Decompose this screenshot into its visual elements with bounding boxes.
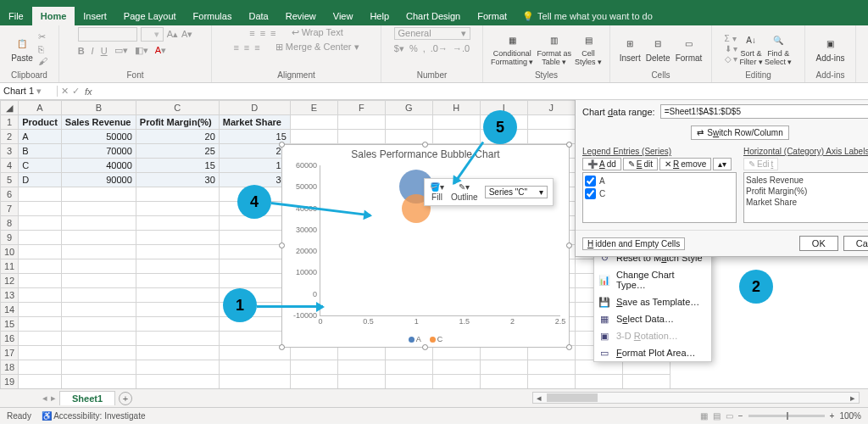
add-series-button[interactable]: ➕Add <box>582 158 621 170</box>
font-color-button[interactable]: A▾ <box>155 45 166 56</box>
zoom-in-button[interactable]: + <box>830 411 835 421</box>
cell[interactable]: 50000 <box>61 130 136 144</box>
cell[interactable]: 20 <box>136 130 219 144</box>
menu-save-as-template[interactable]: 💾Save as Template… <box>594 293 711 310</box>
tab-format[interactable]: Format <box>469 7 515 25</box>
col-header[interactable]: F <box>337 101 385 115</box>
align-right-icon[interactable]: ≡ <box>254 42 259 53</box>
cell[interactable]: Product <box>19 115 62 130</box>
cell[interactable]: 10 <box>219 159 290 173</box>
resize-handle[interactable] <box>566 142 572 148</box>
col-header[interactable]: B <box>61 101 136 115</box>
comma-button[interactable]: , <box>423 43 426 54</box>
insert-cells-button[interactable]: ⊞Insert <box>620 36 641 63</box>
row-header[interactable]: 6 <box>1 187 19 202</box>
resize-handle[interactable] <box>566 344 572 350</box>
cell[interactable]: C <box>19 159 62 173</box>
inc-decimal-button[interactable]: .0→ <box>431 43 448 54</box>
view-page-break-icon[interactable]: ▭ <box>726 411 733 421</box>
col-header[interactable]: C <box>136 101 219 115</box>
resize-handle[interactable] <box>279 243 285 248</box>
cell[interactable]: 15 <box>136 159 219 173</box>
row-header[interactable]: 5 <box>1 173 19 187</box>
horizontal-scrollbar[interactable]: ◂ ▸ <box>532 392 860 404</box>
cell[interactable]: Sales Revenue <box>61 115 136 130</box>
copy-icon[interactable]: ⎘ <box>38 44 47 54</box>
chart-legend[interactable]: A C <box>282 335 569 343</box>
list-item[interactable]: A <box>585 175 734 187</box>
dec-decimal-button[interactable]: →.0 <box>453 43 470 54</box>
row-header[interactable]: 7 <box>1 202 19 216</box>
cell[interactable]: Market Share <box>219 115 290 130</box>
cell[interactable]: 30 <box>136 173 219 187</box>
chevron-down-icon[interactable]: ▾ <box>36 86 42 96</box>
row-header[interactable]: 8 <box>1 216 19 231</box>
accounting-button[interactable]: $▾ <box>394 43 404 54</box>
col-header[interactable]: A <box>19 101 62 115</box>
cell[interactable]: 90000 <box>61 173 136 187</box>
resize-handle[interactable] <box>422 344 428 350</box>
row-header[interactable]: 18 <box>1 360 19 375</box>
sort-filter-button[interactable]: A↓Sort &Filter ▾ <box>739 31 763 66</box>
axis-listbox[interactable]: Sales Revenue Profit Margin(%) Market Sh… <box>743 172 868 223</box>
conditional-formatting-button[interactable]: ▦ConditionalFormatting ▾ <box>491 31 534 66</box>
col-header[interactable]: G <box>385 101 432 115</box>
tab-insert[interactable]: Insert <box>75 7 115 25</box>
bold-button[interactable]: B <box>78 46 85 56</box>
tab-review[interactable]: Review <box>277 7 325 25</box>
underline-button[interactable]: U <box>101 46 108 56</box>
cell[interactable]: D <box>19 173 62 187</box>
remove-series-button[interactable]: ✕Remove <box>659 158 711 170</box>
zoom-level[interactable]: 100% <box>839 411 861 421</box>
new-sheet-button[interactable]: + <box>119 392 132 405</box>
cell[interactable]: B <box>19 144 62 159</box>
fx-icon[interactable]: fx <box>80 86 97 97</box>
sheet-tab[interactable]: Sheet1 <box>59 391 115 405</box>
tab-data[interactable]: Data <box>240 7 276 25</box>
hidden-empty-cells-button[interactable]: Hidden and Empty Cells <box>582 237 685 250</box>
row-header[interactable]: 11 <box>1 259 19 274</box>
chart-title[interactable]: Sales Performance Bubble Chart <box>282 148 569 160</box>
row-header[interactable]: 9 <box>1 231 19 245</box>
row-header[interactable]: 2 <box>1 130 19 144</box>
series-listbox[interactable]: A C <box>582 172 737 223</box>
tab-formulas[interactable]: Formulas <box>185 7 241 25</box>
series-checkbox[interactable] <box>585 188 596 199</box>
data-range-input[interactable]: =Sheet1!$A$1:$D$5▣ <box>660 104 868 119</box>
resize-handle[interactable] <box>566 243 572 248</box>
col-header[interactable]: H <box>432 101 480 115</box>
align-middle-icon[interactable]: ≡ <box>260 28 265 38</box>
row-header[interactable]: 12 <box>1 274 19 288</box>
tab-page-layout[interactable]: Page Layout <box>115 7 185 25</box>
list-item[interactable]: C <box>585 187 734 200</box>
align-left-icon[interactable]: ≡ <box>233 42 238 53</box>
name-box[interactable]: Chart 1 ▾ <box>0 86 58 97</box>
menu-select-data[interactable]: ▦Select Data… <box>594 310 711 327</box>
cell[interactable]: 25 <box>136 144 219 159</box>
tab-file[interactable]: File <box>0 7 32 25</box>
view-normal-icon[interactable]: ▦ <box>700 411 708 421</box>
format-as-table-button[interactable]: ▥Format asTable ▾ <box>537 31 571 66</box>
number-format-select[interactable]: General <box>398 28 431 39</box>
clear-button[interactable]: ◇ ▾ <box>725 54 738 64</box>
cell[interactable]: 40000 <box>61 159 136 173</box>
align-top-icon[interactable]: ≡ <box>249 28 254 38</box>
tab-view[interactable]: View <box>325 7 362 25</box>
italic-button[interactable]: I <box>92 46 94 56</box>
col-header[interactable]: E <box>290 101 337 115</box>
resize-handle[interactable] <box>422 142 428 148</box>
format-painter-icon[interactable]: 🖌 <box>38 56 47 66</box>
cell[interactable]: Profit Margin(%) <box>136 115 219 130</box>
cell[interactable]: 70000 <box>61 144 136 159</box>
tab-help[interactable]: Help <box>361 7 398 25</box>
row-header[interactable]: 13 <box>1 288 19 303</box>
row-header[interactable]: 1 <box>1 115 19 130</box>
row-header[interactable]: 15 <box>1 317 19 332</box>
percent-button[interactable]: % <box>409 43 418 54</box>
menu-change-chart-type[interactable]: 📊Change Chart Type… <box>594 266 711 293</box>
resize-handle[interactable] <box>279 142 285 148</box>
autosum-button[interactable]: Σ ▾ <box>725 34 738 43</box>
row-header[interactable]: 3 <box>1 144 19 159</box>
series-up-down[interactable]: ▴▾ <box>713 158 732 170</box>
series-selector[interactable]: Series "C"▾ <box>485 186 548 198</box>
